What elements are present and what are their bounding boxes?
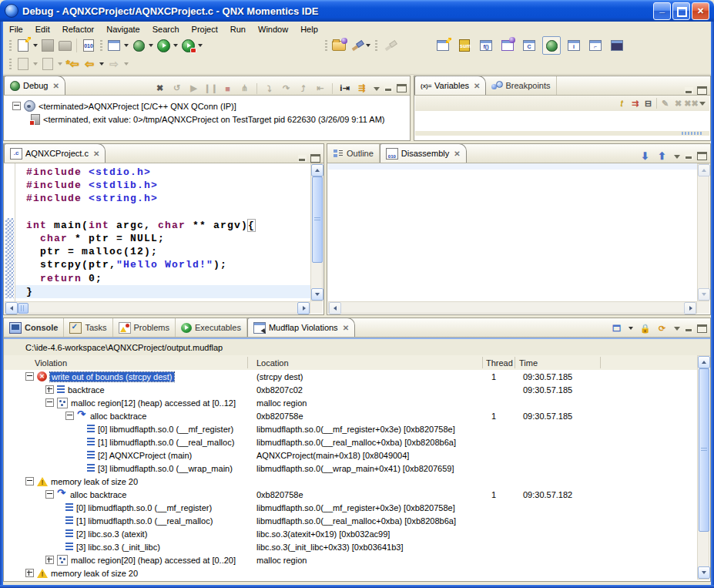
- toolbar-drag-handle[interactable]: [375, 40, 377, 52]
- scroll-to-top-button[interactable]: ⬆: [655, 150, 669, 163]
- application-profiler-perspective-button[interactable]: f(): [478, 37, 494, 54]
- table-row[interactable]: [1] libmudflapth.so.0 (__real_malloc) li…: [4, 514, 697, 527]
- variables-tree[interactable]: [415, 111, 709, 131]
- mudflap-vertical-scrollbar[interactable]: [697, 355, 709, 580]
- step-return-button[interactable]: ⤴: [297, 82, 310, 95]
- close-icon[interactable]: ✕: [454, 150, 460, 158]
- back-dropdown[interactable]: [98, 55, 106, 72]
- back-button[interactable]: ⇦: [81, 55, 98, 72]
- scrollbar-thumb[interactable]: [312, 176, 323, 263]
- tab-tasks[interactable]: Tasks: [64, 318, 112, 337]
- scroll-down-button[interactable]: [698, 288, 710, 301]
- remove-button[interactable]: ✖: [672, 97, 685, 110]
- close-icon[interactable]: ✕: [52, 82, 59, 90]
- save-button[interactable]: [39, 37, 56, 54]
- collapse-icon[interactable]: [12, 102, 21, 110]
- collapse-icon[interactable]: [45, 398, 54, 407]
- c-cpp-perspective-button[interactable]: C: [521, 37, 538, 54]
- format-brush-button[interactable]: [380, 37, 397, 54]
- tab-debug[interactable]: Debug ✕: [4, 76, 65, 95]
- previous-annotation-dropdown[interactable]: [56, 55, 64, 72]
- maximize-view-button[interactable]: [697, 324, 707, 333]
- scroll-lock-button[interactable]: 🔒: [639, 322, 652, 335]
- open-console-button[interactable]: 🗔: [610, 322, 623, 335]
- minimize-view-button[interactable]: [384, 85, 393, 92]
- toolbar-drag-handle[interactable]: [325, 40, 327, 52]
- suspend-button[interactable]: ❙❙: [204, 82, 217, 95]
- profile-button[interactable]: [179, 37, 196, 54]
- change-value-button[interactable]: ✎: [659, 97, 672, 110]
- scrollbar-thumb[interactable]: [699, 368, 709, 532]
- menu-window[interactable]: Window: [252, 23, 294, 35]
- editor-vertical-scrollbar[interactable]: [310, 163, 323, 301]
- menu-search[interactable]: Search: [146, 23, 186, 35]
- system-profiler-perspective-button[interactable]: [499, 37, 516, 54]
- table-row[interactable]: memory leak of size 20: [4, 475, 697, 488]
- print-button[interactable]: [56, 37, 73, 54]
- table-row[interactable]: [2] libc.so.3 (atexit) libc.so.3(atexit+…: [4, 527, 697, 540]
- scroll-to-bottom-button[interactable]: ⬇: [639, 150, 652, 163]
- close-icon[interactable]: ✕: [474, 82, 480, 90]
- tab-editor-aqnxcproject[interactable]: AQNXCProject.c ✕: [4, 143, 106, 163]
- remove-all-button[interactable]: ✖✖: [685, 97, 698, 110]
- tab-variables[interactable]: (x)= Variables ✕: [414, 76, 486, 95]
- table-row[interactable]: backtrace 0xb8207c02 09:30.57.185: [4, 383, 697, 396]
- instruction-stepping-button[interactable]: i⇥: [338, 82, 351, 95]
- view-menu-chevron[interactable]: [372, 86, 380, 92]
- step-into-button[interactable]: ⤵: [263, 82, 276, 95]
- use-step-filters-button[interactable]: ⇶: [355, 82, 368, 95]
- table-row[interactable]: [0] libmudflapth.so.0 (__mf_register) li…: [4, 422, 697, 435]
- expand-icon[interactable]: [25, 569, 34, 577]
- debug-tree[interactable]: <terminated>AQNXProject [C/C++ QNX QConn…: [5, 96, 409, 139]
- search-dropdown[interactable]: [364, 37, 372, 54]
- binary-file-button[interactable]: 010: [80, 37, 97, 54]
- collapse-icon[interactable]: [65, 412, 74, 420]
- tab-outline[interactable]: Outline: [327, 144, 380, 163]
- view-menu-chevron[interactable]: [698, 100, 706, 106]
- editor-marker-bar[interactable]: [5, 163, 15, 301]
- menu-help[interactable]: Help: [294, 23, 324, 35]
- drop-to-frame-button[interactable]: ⇤: [313, 82, 327, 95]
- show-type-names-button[interactable]: 𝑡: [615, 97, 629, 110]
- close-icon[interactable]: ✕: [93, 150, 99, 158]
- maximize-button[interactable]: [672, 2, 690, 20]
- toolbar-drag-handle[interactable]: [100, 40, 102, 52]
- column-header-violation[interactable]: Violation: [35, 355, 67, 370]
- tab-problems[interactable]: Problems: [113, 318, 176, 337]
- scroll-right-button[interactable]: [684, 302, 696, 314]
- target-configuration-button[interactable]: [106, 37, 122, 54]
- maximize-view-button[interactable]: [397, 84, 407, 92]
- minimize-view-button[interactable]: [685, 325, 693, 332]
- tab-mudflap-violations[interactable]: Mudflap Violations ✕: [247, 318, 355, 337]
- scroll-up-button[interactable]: [698, 356, 710, 368]
- tab-executables[interactable]: Executables: [176, 318, 247, 337]
- debug-button[interactable]: [130, 37, 147, 54]
- step-over-button[interactable]: ↷: [280, 82, 293, 95]
- scroll-down-button[interactable]: [698, 566, 710, 579]
- close-icon[interactable]: ✕: [343, 324, 349, 332]
- column-header-location[interactable]: Location: [256, 355, 289, 370]
- table-row[interactable]: [3] libmudflapth.so.0 (__wrap_main) libm…: [4, 462, 697, 475]
- next-annotation-button[interactable]: [15, 55, 32, 72]
- expand-icon[interactable]: [45, 556, 54, 564]
- mudflap-violations-table[interactable]: write out of bounds (strcpy dest) (strcp…: [4, 370, 697, 580]
- toolbar-drag-handle[interactable]: [9, 40, 12, 52]
- relaunch-button[interactable]: ↺: [170, 82, 183, 95]
- debug-tree-row[interactable]: <terminated>AQNXProject [C/C++ QNX QConn…: [5, 96, 409, 112]
- tab-breakpoints[interactable]: Breakpoints: [486, 76, 556, 95]
- menu-project[interactable]: Project: [186, 23, 224, 35]
- disassembly-vertical-scrollbar[interactable]: [697, 163, 709, 301]
- debug-tree-row[interactable]: <terminated, exit value: 0>/tmp/AQNXCPro…: [5, 112, 409, 125]
- table-row[interactable]: alloc backtrace 0xb820758e 1 09:30.57.18…: [4, 488, 697, 501]
- open-console-dropdown[interactable]: [627, 320, 635, 337]
- resume-button[interactable]: ▶: [187, 82, 200, 95]
- table-row[interactable]: write out of bounds (strcpy dest) (strcp…: [4, 370, 697, 383]
- scroll-right-button[interactable]: [297, 302, 310, 314]
- memory-analysis-perspective-button[interactable]: sum: [456, 37, 473, 54]
- view-menu-chevron[interactable]: [672, 325, 681, 331]
- column-header-thread[interactable]: Thread: [486, 355, 513, 370]
- menu-file[interactable]: File: [3, 23, 29, 35]
- last-edit-location-button[interactable]: *⇦: [64, 55, 81, 72]
- close-button[interactable]: ✕: [692, 2, 709, 20]
- next-annotation-dropdown[interactable]: [32, 55, 39, 72]
